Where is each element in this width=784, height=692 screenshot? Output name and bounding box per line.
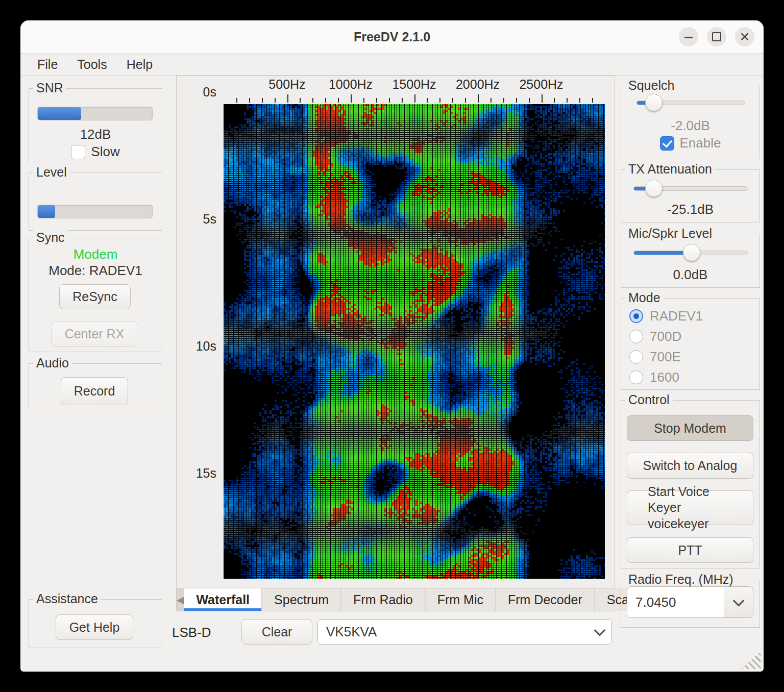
freq-tick <box>465 98 466 103</box>
freedv-window: FreeDV 2.1.0 ✕ FileToolsHelp SNR 12dB Sl… <box>20 20 764 672</box>
radio-button-icon[interactable] <box>629 330 643 343</box>
start-voice-keyer-button[interactable]: Start Voice Keyer voicekeyer <box>627 490 753 525</box>
mode-option-700e[interactable]: 700E <box>621 347 760 367</box>
radio-freq-group-label: Radio Freq. (MHz) <box>625 572 737 587</box>
freq-tick <box>389 98 390 103</box>
mode-option-700d[interactable]: 700D <box>621 326 760 347</box>
tx-attenuation-slider[interactable] <box>633 179 748 197</box>
menu-item-file[interactable]: File <box>28 54 67 75</box>
callsign-input[interactable] <box>318 620 588 644</box>
squelch-slider[interactable] <box>636 93 745 112</box>
window-title: FreeDV 2.1.0 <box>354 30 430 44</box>
get-help-button[interactable]: Get Help <box>56 614 133 640</box>
mic-spkr-level-group-label: Mic/Spkr Level <box>625 226 715 241</box>
tab-scroll-left-icon[interactable]: ◀ <box>177 588 184 611</box>
sync-group: Sync Modem Mode: RADEV1 ReSync Center RX <box>29 238 162 352</box>
squelch-enable-checkbox[interactable] <box>660 136 674 151</box>
freq-tick <box>402 98 403 103</box>
ptt-button[interactable]: PTT <box>627 537 753 563</box>
callsign-combo <box>317 619 612 645</box>
mic-spkr-value: 0.0dB <box>621 267 760 283</box>
maximize-button[interactable] <box>707 27 726 46</box>
squelch-slider-handle[interactable] <box>645 94 663 111</box>
tab-spectrum[interactable]: Spectrum <box>262 588 340 611</box>
minimize-button[interactable] <box>679 27 698 46</box>
record-button[interactable]: Record <box>61 377 128 405</box>
menu-item-help[interactable]: Help <box>117 54 162 75</box>
radio-button-icon[interactable] <box>629 350 643 364</box>
audio-group-label: Audio <box>33 356 72 370</box>
tab-frm-decoder[interactable]: Frm Decoder <box>496 588 594 611</box>
radio-button-icon[interactable] <box>629 370 643 384</box>
audio-group: Audio Record <box>29 363 162 410</box>
freq-tick <box>338 98 339 103</box>
center-rx-button[interactable]: Center RX <box>52 321 137 347</box>
time-tick-label: 10s <box>181 339 216 354</box>
radio-freq-input[interactable] <box>627 587 724 617</box>
assistance-group: Assistance Get Help <box>29 599 162 648</box>
tx-attenuation-slider-handle[interactable] <box>645 180 663 197</box>
titlebar: FreeDV 2.1.0 ✕ <box>20 20 764 54</box>
snr-group: SNR 12dB Slow <box>29 88 162 163</box>
mode-option-label: 1600 <box>650 369 679 385</box>
freq-tick <box>579 98 580 103</box>
resync-button[interactable]: ReSync <box>59 284 131 309</box>
time-tick-label: 5s <box>181 212 216 227</box>
slow-checkbox[interactable] <box>71 145 85 159</box>
freq-tick <box>529 98 530 103</box>
freq-tick <box>542 94 543 103</box>
mode-option-radev1[interactable]: RADEV1 <box>621 306 760 326</box>
control-group: Control Stop ModemSwitch to AnalogStart … <box>621 400 760 569</box>
freq-tick-label: 500Hz <box>268 77 305 92</box>
mode-option-label: 700E <box>650 349 681 365</box>
callsign-dropdown-button[interactable] <box>588 620 611 644</box>
freq-tick <box>491 98 492 103</box>
mic-spkr-slider[interactable] <box>633 243 748 262</box>
freq-tick-label: 1500Hz <box>392 77 436 92</box>
squelch-enable-label[interactable]: Enable <box>680 135 721 151</box>
control-group-label: Control <box>625 392 673 407</box>
tx-attenuation-group: TX Attenuation -25.1dB <box>621 169 760 223</box>
freq-tick <box>325 98 326 103</box>
time-tick-label: 0s <box>181 85 216 100</box>
freq-tick-label: 1000Hz <box>329 77 373 92</box>
snr-gauge <box>37 107 153 120</box>
freq-tick <box>300 98 301 103</box>
close-button[interactable]: ✕ <box>735 27 754 46</box>
tab-bar: ◀ WaterfallSpectrumFrm RadioFrm MicFrm D… <box>177 588 615 611</box>
radio-freq-dropdown-button[interactable] <box>724 587 753 617</box>
freq-tick <box>312 98 313 103</box>
tab-frm-mic[interactable]: Frm Mic <box>426 588 495 611</box>
radio-button-icon[interactable] <box>629 309 643 323</box>
mode-option-label: RADEV1 <box>650 308 703 324</box>
desktop: { "window": { "title": "FreeDV 2.1.0", "… <box>0 0 784 692</box>
minimize-icon <box>684 37 693 38</box>
tab-frm-radio[interactable]: Frm Radio <box>341 588 425 611</box>
level-gauge-fill <box>38 205 55 218</box>
chevron-down-icon <box>594 625 606 636</box>
tx-attenuation-value: -25.1dB <box>621 202 760 217</box>
radio-freq-group: Radio Freq. (MHz) <box>621 580 760 628</box>
mode-option-1600[interactable]: 1600 <box>621 367 760 387</box>
freq-tick <box>478 94 479 103</box>
switch-to-analog-button[interactable]: Switch to Analog <box>627 453 753 479</box>
level-group-label: Level <box>33 165 70 180</box>
display-notebook: 500Hz1000Hz1500Hz2000Hz2500Hz 0s5s10s15s… <box>176 76 615 611</box>
resize-grip[interactable] <box>741 652 761 669</box>
time-tick-label: 15s <box>181 466 216 481</box>
rig-mode-label: LSB-D <box>172 625 211 640</box>
mode-group: Mode RADEV1700D700E1600 <box>621 298 760 390</box>
slow-checkbox-label[interactable]: Slow <box>91 144 119 160</box>
stop-modem-button[interactable]: Stop Modem <box>627 415 753 441</box>
freq-tick <box>427 98 428 103</box>
freq-tick <box>516 98 517 103</box>
tab-waterfall[interactable]: Waterfall <box>184 588 261 611</box>
squelch-value: -2.0dB <box>621 118 760 134</box>
waterfall-canvas[interactable] <box>224 104 605 579</box>
menu-item-tools[interactable]: Tools <box>67 54 116 75</box>
sync-group-label: Sync <box>33 230 68 245</box>
menubar: FileToolsHelp <box>20 54 764 76</box>
freq-tick <box>351 94 352 103</box>
mic-spkr-slider-handle[interactable] <box>683 244 700 261</box>
clear-button[interactable]: Clear <box>241 619 312 645</box>
